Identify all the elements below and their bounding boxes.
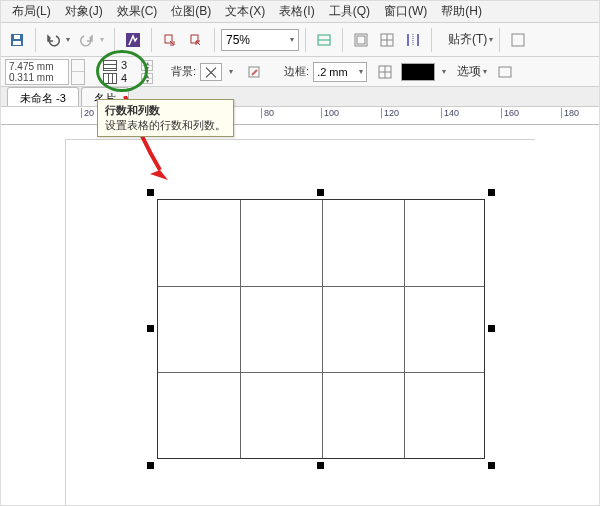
svg-rect-9: [357, 36, 365, 44]
horizontal-ruler: 20 40 60 80 100 120 140 160 180: [1, 108, 599, 125]
app-icon[interactable]: [121, 28, 145, 52]
cols-value: 4: [121, 72, 139, 84]
selected-table[interactable]: [151, 193, 491, 465]
handle-tl[interactable]: [147, 189, 154, 196]
menu-table[interactable]: 表格(I): [272, 3, 321, 20]
grid-icon[interactable]: [375, 28, 399, 52]
border-style-icon[interactable]: [373, 60, 397, 84]
undo-button[interactable]: [42, 28, 74, 52]
coord-box[interactable]: 7.475 mm 0.311 mm: [5, 59, 69, 85]
coord-x: 7.475 mm: [9, 61, 68, 72]
wrap-icon[interactable]: [493, 60, 517, 84]
zoom-value: 75%: [226, 33, 250, 47]
border-width-input[interactable]: .2 mm: [313, 62, 367, 82]
rows-cols-control: 3 ▴▾ 4 ▴▾: [103, 59, 153, 85]
bg-label: 背景:: [171, 64, 196, 79]
handle-br[interactable]: [488, 462, 495, 469]
rows-value: 3: [121, 59, 139, 71]
main-toolbar: 75% 贴齐(T) ▾: [1, 23, 599, 57]
border-width-value: .2 mm: [317, 66, 348, 78]
ruler-tick: 80: [261, 108, 274, 118]
table-object[interactable]: [157, 199, 485, 459]
guides-icon[interactable]: [401, 28, 425, 52]
rows-spinner[interactable]: ▴▾: [141, 60, 153, 71]
svg-rect-21: [499, 67, 511, 77]
layout1-icon[interactable]: [349, 28, 373, 52]
border-color-swatch[interactable]: [401, 63, 435, 81]
cols-icon: [103, 73, 117, 84]
tab-doc-label: 未命名 -3: [20, 91, 66, 106]
property-bar: 7.475 mm 0.311 mm 3 ▴▾ 4 ▴▾ 背景: 边框: .2 m…: [1, 57, 599, 87]
zoom-select[interactable]: 75%: [221, 29, 299, 51]
ruler-tick: 180: [561, 108, 579, 118]
rows-control[interactable]: 3 ▴▾: [103, 59, 153, 72]
rows-icon: [103, 60, 117, 71]
tooltip-title: 行数和列数: [105, 103, 226, 118]
ruler-tick: 120: [381, 108, 399, 118]
extra1-icon[interactable]: [506, 28, 530, 52]
menu-window[interactable]: 窗口(W): [377, 3, 434, 20]
coord-spinner[interactable]: [71, 59, 85, 85]
export-icon[interactable]: [184, 28, 208, 52]
tooltip-body: 设置表格的行数和列数。: [105, 118, 226, 133]
document-tabs: 未命名 -3 名片: [1, 87, 599, 107]
handle-mr[interactable]: [488, 325, 495, 332]
handle-tm[interactable]: [317, 189, 324, 196]
ruler-tick: 100: [321, 108, 339, 118]
handle-ml[interactable]: [147, 325, 154, 332]
menu-bar: 布局(L) 对象(J) 效果(C) 位图(B) 文本(X) 表格(I) 工具(Q…: [1, 1, 599, 23]
handle-tr[interactable]: [488, 189, 495, 196]
svg-rect-16: [512, 34, 524, 46]
save-icon[interactable]: [5, 28, 29, 52]
ruler-tick: 20: [81, 108, 94, 118]
menu-tool[interactable]: 工具(Q): [322, 3, 377, 20]
options-label: 选项: [457, 63, 481, 80]
ruler-tick: 160: [501, 108, 519, 118]
svg-rect-1: [13, 41, 21, 45]
options-dropdown[interactable]: 选项 ▾: [457, 63, 487, 80]
handle-bl[interactable]: [147, 462, 154, 469]
menu-object[interactable]: 对象(J): [58, 3, 110, 20]
import-icon[interactable]: [158, 28, 182, 52]
coord-y: 0.311 mm: [9, 72, 68, 83]
tab-doc[interactable]: 未命名 -3: [7, 87, 79, 106]
menu-effect[interactable]: 效果(C): [110, 3, 165, 20]
view-mode-icon[interactable]: [312, 28, 336, 52]
cols-spinner[interactable]: ▴▾: [141, 73, 153, 84]
redo-button[interactable]: [76, 28, 108, 52]
menu-help[interactable]: 帮助(H): [434, 3, 489, 20]
border-label: 边框:: [284, 64, 309, 79]
ruler-tick: 140: [441, 108, 459, 118]
menu-bitmap[interactable]: 位图(B): [164, 3, 218, 20]
snap-label: 贴齐(T): [448, 31, 487, 48]
tooltip-rows-cols: 行数和列数 设置表格的行数和列数。: [97, 99, 234, 137]
canvas-area[interactable]: [1, 125, 599, 505]
handle-bm[interactable]: [317, 462, 324, 469]
bg-edit-icon[interactable]: [242, 60, 266, 84]
menu-text[interactable]: 文本(X): [218, 3, 272, 20]
bg-swatch[interactable]: [200, 63, 222, 81]
menu-layout[interactable]: 布局(L): [5, 3, 58, 20]
svg-rect-2: [14, 35, 20, 39]
cols-control[interactable]: 4 ▴▾: [103, 72, 153, 85]
snap-dropdown[interactable]: 贴齐(T) ▾: [448, 31, 493, 48]
